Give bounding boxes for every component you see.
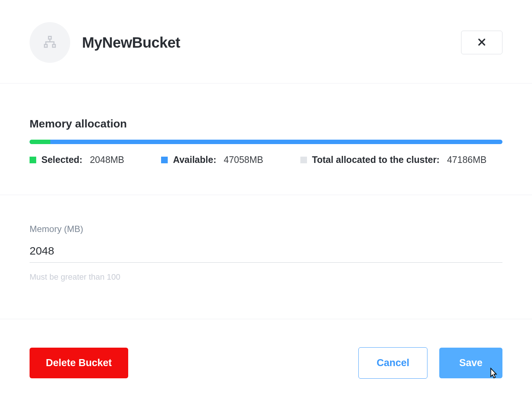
memory-input-section: Memory (MB) Must be greater than 100 <box>0 195 532 319</box>
memory-allocation-title: Memory allocation <box>30 117 502 130</box>
close-icon <box>477 37 487 48</box>
svg-rect-1 <box>44 45 47 47</box>
save-button[interactable]: Save <box>439 348 502 378</box>
legend-value-available: 47058MB <box>224 154 263 165</box>
memory-bar-selected <box>30 140 50 144</box>
legend-swatch-available <box>161 157 168 163</box>
save-button-label: Save <box>459 357 482 368</box>
bucket-title: MyNewBucket <box>82 34 180 51</box>
cancel-button[interactable]: Cancel <box>358 347 427 379</box>
memory-allocation-section: Memory allocation Selected: 2048MB Avail… <box>0 83 532 195</box>
memory-input[interactable] <box>30 242 502 263</box>
memory-allocation-bar <box>30 140 502 144</box>
legend-swatch-selected <box>30 157 36 163</box>
legend-label-total: Total allocated to the cluster: <box>312 154 440 165</box>
legend-swatch-total <box>300 157 307 163</box>
close-button[interactable] <box>461 31 502 54</box>
memory-input-label: Memory (MB) <box>30 224 502 234</box>
cursor-pointer-icon <box>488 367 499 381</box>
memory-bar-available <box>30 140 502 144</box>
bucket-icon <box>30 22 70 63</box>
memory-legend: Selected: 2048MB Available: 47058MB Tota… <box>30 154 502 165</box>
memory-input-hint: Must be greater than 100 <box>30 272 502 282</box>
dialog-header: MyNewBucket <box>0 0 532 83</box>
legend-value-selected: 2048MB <box>90 154 124 165</box>
dialog-footer: Delete Bucket Cancel Save <box>0 319 532 399</box>
delete-bucket-button[interactable]: Delete Bucket <box>30 348 128 378</box>
legend-label-selected: Selected: <box>41 154 82 165</box>
svg-rect-0 <box>48 37 51 39</box>
svg-rect-2 <box>52 45 55 47</box>
legend-label-available: Available: <box>173 154 216 165</box>
legend-value-total: 47186MB <box>447 154 487 165</box>
